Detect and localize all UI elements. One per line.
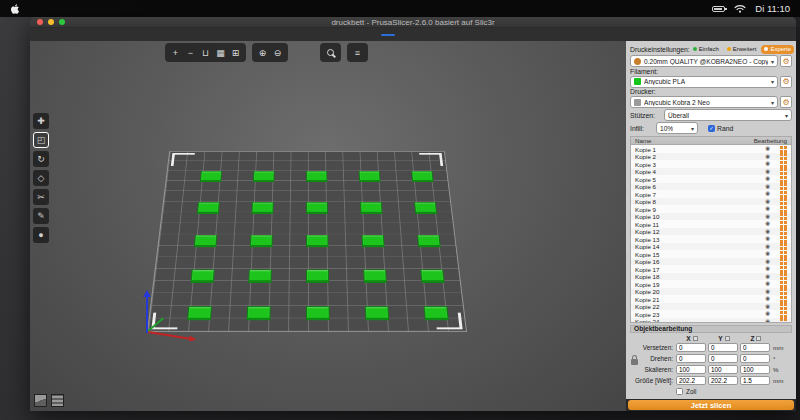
sliced-view-icon[interactable] <box>51 394 64 407</box>
list-item[interactable]: Kopie 15◉ <box>631 250 791 258</box>
edit-settings-icon[interactable] <box>780 153 783 156</box>
edit-settings-icon[interactable] <box>780 236 783 239</box>
tab[interactable] <box>398 34 412 36</box>
edit-settings-icon[interactable] <box>780 198 783 201</box>
versetzen-x-input[interactable] <box>676 343 706 352</box>
list-item[interactable]: Kopie 12◉ <box>631 228 791 236</box>
visibility-eye-icon[interactable]: ◉ <box>765 191 770 197</box>
list-item[interactable]: Kopie 13◉ <box>631 235 791 243</box>
zoom-button[interactable] <box>59 19 65 25</box>
edit-settings-icon[interactable] <box>780 228 783 231</box>
print-object[interactable] <box>424 306 449 320</box>
print-object[interactable] <box>359 171 381 182</box>
move-tool-icon[interactable]: ✚ <box>33 113 49 129</box>
infill-select[interactable]: 10% ▾ <box>656 122 698 134</box>
scale-tool-icon[interactable]: ◰ <box>33 132 49 148</box>
edit-filament-button[interactable]: ⚙ <box>780 76 792 88</box>
slice-now-button[interactable]: Jetzt slicen <box>628 400 794 410</box>
visibility-eye-icon[interactable]: ◉ <box>765 161 770 167</box>
edit-settings-icon[interactable] <box>780 191 783 194</box>
brim-checkbox[interactable]: ✓ <box>708 125 715 132</box>
edit-settings-icon[interactable] <box>780 296 783 299</box>
mirror-toggle[interactable] <box>756 336 761 341</box>
supports-select[interactable]: Überall ▾ <box>664 109 792 121</box>
mode-button[interactable]: Experte <box>761 45 794 54</box>
tab[interactable] <box>381 34 395 36</box>
edit-settings-icon[interactable] <box>780 266 783 269</box>
filament-select[interactable]: Anycubic PLA ▾ <box>630 76 778 88</box>
visibility-eye-icon[interactable]: ◉ <box>765 146 770 152</box>
battery-icon[interactable] <box>712 6 725 12</box>
edit-settings-icon[interactable] <box>780 281 783 284</box>
print-object[interactable] <box>417 235 441 247</box>
edit-settings-icon[interactable] <box>780 161 783 164</box>
mirror-toggle[interactable] <box>725 336 730 341</box>
list-item[interactable]: Kopie 20◉ <box>631 288 791 296</box>
visibility-eye-icon[interactable]: ◉ <box>765 319 770 323</box>
list-item[interactable]: Kopie 5◉ <box>631 175 791 183</box>
visibility-eye-icon[interactable]: ◉ <box>765 199 770 205</box>
list-item[interactable]: Kopie 17◉ <box>631 265 791 273</box>
edit-settings-icon[interactable] <box>780 176 783 179</box>
list-item[interactable]: Kopie 2◉ <box>631 153 791 161</box>
visibility-eye-icon[interactable]: ◉ <box>765 244 770 250</box>
window-titlebar[interactable]: druckbett - PrusaSlicer-2.6.0 basiert au… <box>30 17 796 28</box>
print-object[interactable] <box>306 171 327 182</box>
versetzen-y-input[interactable] <box>708 343 738 352</box>
visibility-eye-icon[interactable]: ◉ <box>765 274 770 280</box>
print-object[interactable] <box>306 235 328 247</box>
edit-settings-icon[interactable] <box>780 311 783 314</box>
visibility-eye-icon[interactable]: ◉ <box>765 184 770 190</box>
print-object[interactable] <box>247 306 271 320</box>
seam-tool-icon[interactable]: ● <box>33 227 49 243</box>
drehen-x-input[interactable] <box>676 354 706 363</box>
visibility-eye-icon[interactable]: ◉ <box>765 169 770 175</box>
minimize-button[interactable] <box>48 19 54 25</box>
wifi-icon[interactable] <box>734 4 746 13</box>
print-object[interactable] <box>362 235 385 247</box>
edit-settings-icon[interactable] <box>780 251 783 254</box>
edit-settings-icon[interactable] <box>780 146 783 149</box>
print-object[interactable] <box>360 202 382 214</box>
tab[interactable] <box>415 34 429 36</box>
close-button[interactable] <box>37 19 43 25</box>
edit-settings-icon[interactable] <box>780 168 783 171</box>
groesse-x-input[interactable] <box>676 376 706 385</box>
visibility-eye-icon[interactable]: ◉ <box>765 229 770 235</box>
list-item[interactable]: Kopie 11◉ <box>631 220 791 228</box>
isometric-view-icon[interactable] <box>34 394 47 407</box>
printer-select[interactable]: Anycubic Kobra 2 Neo ▾ <box>630 96 778 108</box>
list-item[interactable]: Kopie 10◉ <box>631 213 791 221</box>
visibility-eye-icon[interactable]: ◉ <box>765 281 770 287</box>
scale-lock-icon[interactable] <box>631 359 638 365</box>
mode-button[interactable]: Einfach <box>690 45 722 54</box>
flatten-tool-icon[interactable]: ◇ <box>33 170 49 186</box>
edit-settings-icon[interactable] <box>780 221 783 224</box>
print-object[interactable] <box>420 270 444 283</box>
mode-button[interactable]: Erweitert <box>724 45 760 54</box>
list-item[interactable]: Kopie 16◉ <box>631 258 791 266</box>
edit-settings-icon[interactable] <box>780 303 783 306</box>
list-item[interactable]: Kopie 14◉ <box>631 243 791 251</box>
print-object[interactable] <box>200 171 222 182</box>
print-object[interactable] <box>253 171 275 182</box>
versetzen-z-input[interactable] <box>740 343 770 352</box>
inches-checkbox[interactable] <box>676 388 683 395</box>
edit-settings-icon[interactable] <box>780 243 783 246</box>
visibility-eye-icon[interactable]: ◉ <box>765 311 770 317</box>
list-item[interactable]: Kopie 23◉ <box>631 310 791 318</box>
visibility-eye-icon[interactable]: ◉ <box>765 296 770 302</box>
edit-settings-icon[interactable] <box>780 273 783 276</box>
list-item[interactable]: Kopie 7◉ <box>631 190 791 198</box>
visibility-eye-icon[interactable]: ◉ <box>765 289 770 295</box>
edit-settings-icon[interactable] <box>780 183 783 186</box>
tab[interactable] <box>432 34 446 36</box>
groesse-y-input[interactable] <box>708 376 738 385</box>
mirror-toggle[interactable] <box>693 336 698 341</box>
list-item[interactable]: Kopie 19◉ <box>631 280 791 288</box>
visibility-eye-icon[interactable]: ◉ <box>765 259 770 265</box>
drehen-z-input[interactable] <box>740 354 770 363</box>
list-item[interactable]: Kopie 3◉ <box>631 160 791 168</box>
list-item[interactable]: Kopie 21◉ <box>631 295 791 303</box>
print-object[interactable] <box>194 235 217 247</box>
